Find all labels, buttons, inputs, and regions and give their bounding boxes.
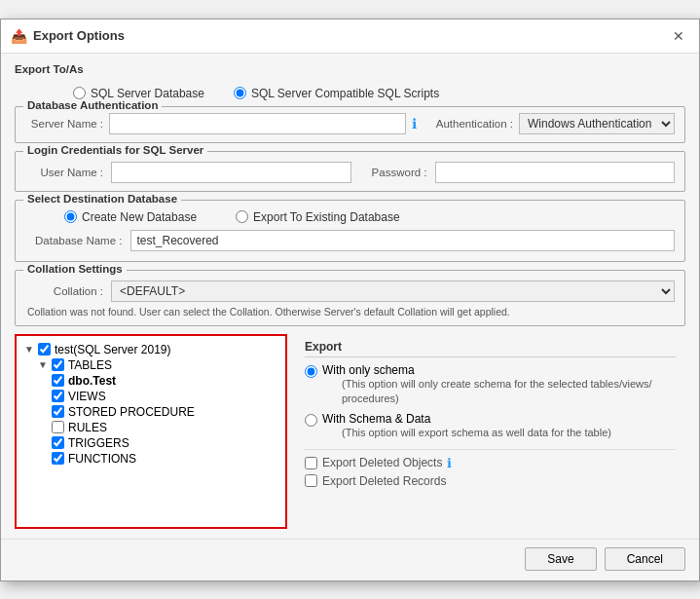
login-creds-title: Login Credentials for SQL Server xyxy=(23,144,207,156)
create-new-db-option[interactable]: Create New Database xyxy=(64,210,197,224)
tree-check-7[interactable] xyxy=(52,452,64,465)
tree-item-7[interactable]: FUNCTIONS xyxy=(52,451,277,467)
dialog-title: Export Options xyxy=(33,28,125,43)
tree-item-1[interactable]: ▼ TABLES xyxy=(38,357,277,373)
export-deleted-records-row: Export Deleted Records xyxy=(305,474,676,488)
export-deleted-objects-info-icon[interactable]: ℹ xyxy=(447,456,452,470)
create-new-db-radio[interactable] xyxy=(64,210,77,223)
save-button[interactable]: Save xyxy=(525,547,596,571)
password-input[interactable] xyxy=(435,162,676,183)
tree-panel: ▼ test(SQL Server 2019) ▼ TABLES dbo.Tes… xyxy=(15,334,287,529)
expand-icon-0: ▼ xyxy=(24,344,34,355)
password-label: Password : xyxy=(359,167,427,178)
tree-label-3: VIEWS xyxy=(68,390,106,403)
login-creds-group: Login Credentials for SQL Server User Na… xyxy=(15,151,685,192)
tree-check-4[interactable] xyxy=(52,405,64,418)
tree-label-5: RULES xyxy=(68,421,107,434)
with-schema-data-option[interactable]: With Schema & Data (This option will exp… xyxy=(305,412,676,440)
tree-label-1: TABLES xyxy=(68,358,112,372)
select-dest-title: Select Destination Database xyxy=(23,193,181,205)
export-deleted-objects-check[interactable] xyxy=(305,457,317,469)
server-name-input[interactable] xyxy=(109,113,406,134)
collation-group: Collation Settings Collation : <DEFAULT>… xyxy=(15,270,685,326)
bottom-area: ▼ test(SQL Server 2019) ▼ TABLES dbo.Tes… xyxy=(15,334,685,529)
export-sql-server-db-radio[interactable] xyxy=(73,87,86,99)
tree-label-0: test(SQL Server 2019) xyxy=(55,343,171,356)
tree-check-3[interactable] xyxy=(52,390,64,402)
with-schema-data-radio[interactable] xyxy=(305,414,317,427)
with-schema-data-label: With Schema & Data xyxy=(322,412,611,426)
tree-check-2[interactable] xyxy=(52,374,64,387)
with-schema-only-option[interactable]: With only schema (This option will only … xyxy=(305,363,676,407)
auth-label: Authentication : xyxy=(436,118,513,130)
main-content: Export To/As SQL Server Database SQL Ser… xyxy=(1,54,699,539)
tree-check-6[interactable] xyxy=(52,436,64,449)
with-schema-only-hint: (This option will only create schema for… xyxy=(342,377,676,407)
with-schema-data-hint: (This option will export schema as well … xyxy=(342,426,611,440)
export-deleted-records-label: Export Deleted Records xyxy=(322,474,446,488)
username-input[interactable] xyxy=(111,162,351,183)
export-deleted-records-check[interactable] xyxy=(305,474,317,487)
select-dest-group: Select Destination Database Create New D… xyxy=(15,200,685,262)
collation-label: Collation : xyxy=(25,285,103,297)
titlebar: 📤 Export Options ✕ xyxy=(1,19,699,54)
db-name-input[interactable] xyxy=(130,230,676,251)
authentication-select[interactable]: Windows Authentication xyxy=(519,113,675,134)
tree-label-2: dbo.Test xyxy=(68,374,116,388)
export-existing-db-radio[interactable] xyxy=(236,210,248,223)
expand-icon-1: ▼ xyxy=(38,359,48,370)
export-sql-server-db-option[interactable]: SQL Server Database xyxy=(73,87,204,100)
with-schema-only-label: With only schema xyxy=(322,363,676,377)
export-sql-scripts-radio[interactable] xyxy=(234,87,246,99)
export-panel-title: Export xyxy=(305,340,676,357)
export-existing-db-option[interactable]: Export To Existing Database xyxy=(236,210,400,224)
export-icon: 📤 xyxy=(11,28,27,44)
tree-item-3[interactable]: VIEWS xyxy=(52,389,277,404)
tree-check-1[interactable] xyxy=(52,358,64,371)
tree-item-5[interactable]: RULES xyxy=(52,420,277,435)
db-auth-group: Database Authentication Server Name : ℹ … xyxy=(15,106,685,143)
export-panel: Export With only schema (This option wil… xyxy=(295,334,685,529)
tree-item-2[interactable]: dbo.Test xyxy=(52,373,277,389)
export-options-dialog: 📤 Export Options ✕ Export To/As SQL Serv… xyxy=(0,19,700,581)
with-schema-only-radio[interactable] xyxy=(305,365,317,378)
footer: Save Cancel xyxy=(1,539,699,580)
server-name-label: Server Name : xyxy=(25,118,103,130)
tree-check-5[interactable] xyxy=(52,421,64,433)
tree-label-6: TRIGGERS xyxy=(68,436,129,450)
close-button[interactable]: ✕ xyxy=(668,25,689,47)
tree-item-0[interactable]: ▼ test(SQL Server 2019) xyxy=(24,342,277,357)
export-deleted-objects-label: Export Deleted Objects xyxy=(322,456,442,469)
tree-item-6[interactable]: TRIGGERS xyxy=(52,435,277,451)
tree-label-4: STORED PROCEDURE xyxy=(68,405,195,419)
export-deleted-objects-row: Export Deleted Objects ℹ xyxy=(305,456,676,470)
export-to-label: Export To/As xyxy=(15,63,685,75)
tree-item-4[interactable]: STORED PROCEDURE xyxy=(52,404,277,420)
export-sql-scripts-option[interactable]: SQL Server Compatible SQL Scripts xyxy=(234,87,439,100)
collation-title: Collation Settings xyxy=(23,263,127,275)
db-name-label: Database Name : xyxy=(35,235,123,246)
info-icon[interactable]: ℹ xyxy=(412,116,417,131)
db-auth-title: Database Authentication xyxy=(23,99,162,111)
export-options-group: With only schema (This option will only … xyxy=(305,363,676,441)
username-label: User Name : xyxy=(25,167,103,178)
cancel-button[interactable]: Cancel xyxy=(605,547,685,571)
collation-select[interactable]: <DEFAULT> xyxy=(111,281,675,302)
collation-hint: Collation was not found. User can select… xyxy=(25,306,675,318)
tree-label-7: FUNCTIONS xyxy=(68,452,136,466)
tree-check-0[interactable] xyxy=(38,343,51,356)
